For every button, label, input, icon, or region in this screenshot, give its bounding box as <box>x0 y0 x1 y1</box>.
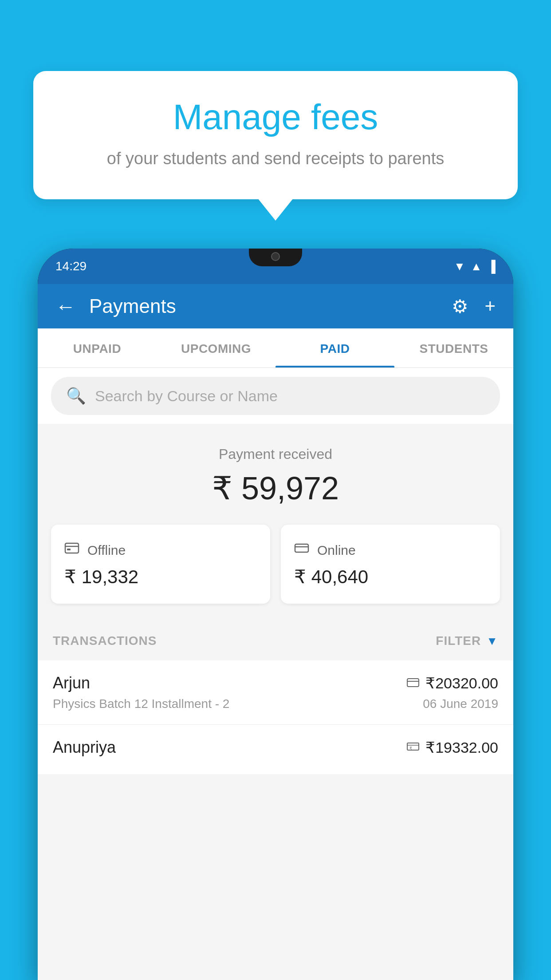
transactions-label: TRANSACTIONS <box>53 634 157 648</box>
filter-icon: ▼ <box>486 634 498 648</box>
bubble-title: Manage fees <box>55 98 496 137</box>
card-icon <box>407 676 419 690</box>
online-label: Online <box>317 543 356 558</box>
speech-bubble: Manage fees of your students and send re… <box>33 71 518 199</box>
search-input[interactable]: Search by Course or Name <box>95 387 278 405</box>
transaction-amount-wrap: ₹ ₹19332.00 <box>407 739 498 756</box>
transactions-header: TRANSACTIONS FILTER ▼ <box>38 621 513 660</box>
payment-summary: Payment received ₹ 59,972 <box>38 424 513 525</box>
transaction-bottom: Physics Batch 12 Installment - 2 06 June… <box>53 697 498 711</box>
transaction-amount: ₹20320.00 <box>425 674 498 692</box>
status-time: 14:29 <box>55 259 87 273</box>
transaction-date: 06 June 2019 <box>423 697 498 711</box>
tab-upcoming[interactable]: UPCOMING <box>157 328 276 368</box>
online-header: Online <box>294 541 487 560</box>
phone-content: ← Payments ⚙ + UNPAID UPCOMING PAID STUD… <box>38 284 513 980</box>
status-bar: 14:29 ▼ ▲ ▐ <box>38 249 513 284</box>
signal-icon: ▲ <box>471 260 482 273</box>
app-header: ← Payments ⚙ + <box>38 284 513 328</box>
filter-label: FILTER <box>436 634 481 648</box>
phone-notch <box>249 249 302 266</box>
camera-dot <box>271 252 280 261</box>
offline-label: Offline <box>87 543 126 558</box>
status-icons: ▼ ▲ ▐ <box>454 260 496 273</box>
payment-modes: Offline ₹ 19,332 Online ₹ 40,640 <box>38 525 513 621</box>
search-bar[interactable]: 🔍 Search by Course or Name <box>51 377 500 415</box>
payment-received-label: Payment received <box>51 446 500 462</box>
svg-rect-3 <box>295 544 308 552</box>
online-icon <box>294 541 309 560</box>
svg-rect-0 <box>65 543 79 553</box>
bubble-subtitle: of your students and send receipts to pa… <box>55 149 496 168</box>
cash-icon: ₹ <box>407 740 419 755</box>
tab-paid[interactable]: PAID <box>276 328 394 368</box>
transaction-amount-wrap: ₹20320.00 <box>407 674 498 692</box>
search-icon: 🔍 <box>66 387 86 405</box>
transaction-row[interactable]: Anupriya ₹ ₹19332.00 <box>38 725 513 775</box>
offline-payment-card: Offline ₹ 19,332 <box>51 525 270 604</box>
online-payment-card: Online ₹ 40,640 <box>281 525 500 604</box>
offline-amount: ₹ 19,332 <box>64 566 257 588</box>
transaction-name: Anupriya <box>53 738 116 757</box>
filter-button[interactable]: FILTER ▼ <box>436 634 498 648</box>
battery-icon: ▐ <box>488 260 496 273</box>
add-icon[interactable]: + <box>484 296 496 317</box>
offline-header: Offline <box>64 541 257 560</box>
svg-rect-2 <box>67 549 71 550</box>
transaction-name: Arjun <box>53 674 90 692</box>
svg-rect-5 <box>407 679 419 687</box>
transaction-top: Arjun ₹20320.00 <box>53 674 498 692</box>
app-title: Payments <box>89 295 452 317</box>
tab-students[interactable]: STUDENTS <box>394 328 513 368</box>
transaction-top: Anupriya ₹ ₹19332.00 <box>53 738 498 757</box>
search-bar-wrap: 🔍 Search by Course or Name <box>38 368 513 424</box>
transaction-course: Physics Batch 12 Installment - 2 <box>53 697 229 711</box>
svg-rect-7 <box>407 743 419 750</box>
header-actions: ⚙ + <box>452 296 496 317</box>
transaction-amount: ₹19332.00 <box>425 739 498 756</box>
wifi-icon: ▼ <box>454 260 465 273</box>
phone-frame: 14:29 ▼ ▲ ▐ ← Payments ⚙ + UNPAID UPCOMI… <box>38 249 513 980</box>
offline-icon <box>64 541 79 560</box>
svg-text:₹: ₹ <box>409 746 412 751</box>
tabs-bar: UNPAID UPCOMING PAID STUDENTS <box>38 328 513 368</box>
payment-amount: ₹ 59,972 <box>51 470 500 507</box>
online-amount: ₹ 40,640 <box>294 566 487 588</box>
settings-icon[interactable]: ⚙ <box>452 296 468 317</box>
transaction-row[interactable]: Arjun ₹20320.00 Physics Batch 12 Install… <box>38 660 513 725</box>
tab-unpaid[interactable]: UNPAID <box>38 328 157 368</box>
back-button[interactable]: ← <box>55 294 76 318</box>
